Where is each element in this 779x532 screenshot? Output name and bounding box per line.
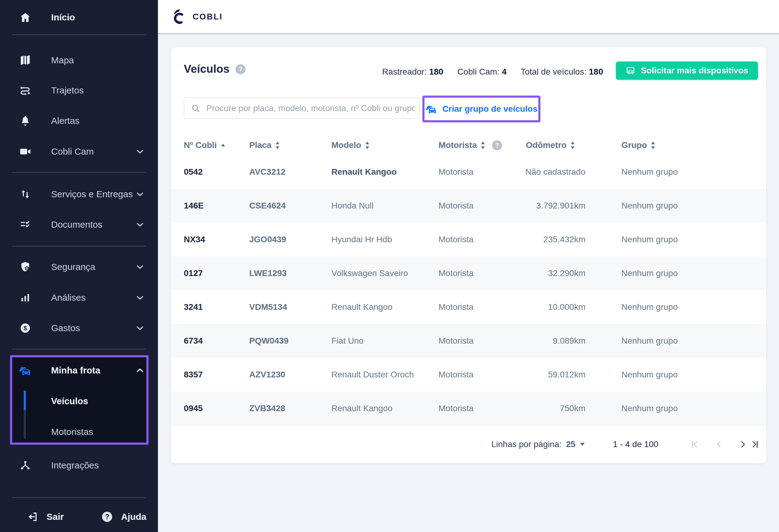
table-row[interactable]: 6734 PQW0439 Fiat Uno Motorista 9.089km … (171, 324, 766, 358)
sidebar-item-inicio[interactable]: Início (0, 3, 158, 32)
column-header-grupo[interactable]: Grupo (621, 136, 655, 155)
cell-odometro: Não cadastrado (475, 155, 586, 189)
search-input[interactable] (206, 103, 416, 114)
sidebar-item-servicos-entregas[interactable]: Serviços e Entregas (0, 180, 158, 209)
sidebar-item-label: Segurança (51, 262, 95, 272)
sidebar-item-documentos[interactable]: Documentos (0, 210, 158, 239)
table-header: Nº Cobli Placa Modelo Motorista ? Odômet… (171, 136, 766, 155)
home-icon (18, 10, 32, 24)
sidebar-item-motoristas[interactable]: Motoristas (0, 417, 158, 447)
rows-per-page-select[interactable]: 25 (566, 439, 585, 449)
page-first-icon[interactable] (688, 438, 701, 451)
pagination-range: 1 - 4 de 100 (613, 439, 658, 449)
column-header-cobli[interactable]: Nº Cobli (184, 136, 226, 155)
create-vehicle-group-button[interactable]: Criar grupo de veículos (425, 104, 538, 114)
logout-label: Sair (47, 512, 64, 522)
sidebar: Início Mapa Trajetos Alertas Cobli Cam S… (0, 0, 158, 532)
cell-odometro: 3.792.901km (475, 189, 586, 223)
column-header-modelo[interactable]: Modelo (332, 136, 370, 155)
page-title: Veículos (184, 63, 229, 75)
chevron-down-icon (135, 220, 145, 230)
cell-placa: VDM5134 (249, 290, 287, 324)
table-row[interactable]: NX34 JGO0439 Hyundai Hr Hdb Motorista 23… (171, 223, 766, 256)
page-prev-icon[interactable] (712, 438, 725, 451)
sidebar-divider (12, 246, 146, 246)
cell-odometro: 59.012km (475, 358, 586, 392)
vehicle-group-icon (425, 104, 437, 114)
sidebar-divider (12, 172, 146, 173)
svg-text:?: ? (105, 513, 109, 521)
cell-cobli: 0127 (184, 256, 203, 290)
cell-placa: AZV1230 (249, 358, 285, 392)
table-row[interactable]: 0542 AVC3212 Renault Kangoo Motorista Nã… (171, 155, 766, 189)
help-icon: ? (101, 510, 114, 524)
cell-odometro: 10.000km (475, 290, 586, 324)
stat-total-veiculos: Total de veículos:180 (521, 67, 603, 77)
sidebar-item-analises[interactable]: Análises (0, 283, 158, 312)
sidebar-item-label: Alertas (51, 116, 79, 126)
cell-placa: PQW0439 (249, 324, 289, 358)
sidebar-item-cobli-cam[interactable]: Cobli Cam (0, 137, 158, 166)
topbar: COBLI (158, 0, 779, 34)
cobli-logo-text: COBLI (193, 12, 223, 21)
page-title-help-icon[interactable]: ? (236, 64, 246, 74)
integrations-icon (18, 458, 32, 472)
route-icon (18, 83, 32, 98)
cell-motorista: Motorista (438, 324, 474, 358)
table-row[interactable]: 0945 ZVB3428 Renault Kangoo Motorista 75… (171, 392, 766, 425)
sidebar-item-mapa[interactable]: Mapa (0, 46, 158, 75)
chevron-down-icon (135, 323, 145, 333)
page-last-icon[interactable] (748, 438, 762, 451)
table-row[interactable]: 8357 AZV1230 Renault Duster Oroch Motori… (171, 358, 766, 392)
cell-modelo: Hyundai Hr Hdb (332, 223, 392, 256)
video-camera-icon (18, 144, 32, 159)
help-button[interactable]: ? Ajuda (101, 510, 146, 524)
map-icon (18, 53, 32, 67)
sidebar-item-label: Veículos (51, 396, 88, 406)
sidebar-item-label: Integrações (51, 460, 99, 471)
sidebar-item-label: Análises (51, 292, 85, 303)
column-header-odometro[interactable]: Odômetro (526, 136, 575, 155)
logout-icon (26, 510, 39, 524)
sidebar-item-integracoes[interactable]: Integrações (0, 451, 158, 480)
bell-icon (18, 114, 32, 128)
column-header-placa[interactable]: Placa (249, 136, 280, 155)
sidebar-item-seguranca[interactable]: Segurança (0, 252, 158, 282)
sidebar-divider (12, 349, 146, 349)
fleet-icon (18, 363, 32, 377)
table-row[interactable]: 0127 LWE1293 Volkswagen Saveiro Motorist… (171, 256, 766, 290)
bar-chart-icon (18, 291, 32, 305)
table-row[interactable]: 146E CSE4624 Honda Null Motorista 3.792.… (171, 189, 766, 223)
document-check-icon (18, 218, 32, 232)
cell-cobli: NX34 (184, 223, 205, 256)
cell-grupo: Nenhum grupo (621, 256, 678, 290)
create-vehicle-group-label: Criar grupo de veículos (442, 104, 538, 114)
sidebar-item-trajetos[interactable]: Trajetos (0, 76, 158, 105)
logout-button[interactable]: Sair (26, 510, 64, 524)
sidebar-item-alertas[interactable]: Alertas (0, 106, 158, 135)
sidebar-item-label: Trajetos (51, 85, 84, 96)
cell-placa: CSE4624 (249, 189, 286, 223)
column-header-motorista[interactable]: Motorista ? (438, 136, 502, 155)
sort-icon (365, 141, 370, 149)
cobli-logo-mark (171, 8, 188, 25)
table-body: 0542 AVC3212 Renault Kangoo Motorista Nã… (171, 155, 766, 425)
motorista-help-icon[interactable]: ? (492, 140, 502, 150)
table-row[interactable]: 3241 VDM5134 Renault Kangoo Motorista 10… (171, 290, 766, 324)
page-next-icon[interactable] (736, 438, 750, 451)
cell-cobli: 0945 (184, 392, 203, 425)
sidebar-divider (12, 497, 146, 498)
cell-motorista: Motorista (438, 256, 474, 290)
sidebar-item-label: Início (51, 12, 75, 22)
chevron-down-icon (135, 189, 145, 199)
request-devices-button[interactable]: Solicitar mais dispositivos (616, 61, 758, 80)
cell-placa: AVC3212 (249, 155, 286, 189)
cell-grupo: Nenhum grupo (621, 223, 678, 256)
chevron-down-icon (135, 146, 145, 157)
sidebar-item-gastos[interactable]: $ Gastos (0, 313, 158, 343)
cobli-logo: COBLI (171, 8, 223, 25)
sidebar-item-minha-frota[interactable]: Minha frota (0, 356, 158, 385)
cell-grupo: Nenhum grupo (621, 324, 678, 358)
pagination: Linhas por página: 25 1 - 4 de 100 (171, 425, 766, 463)
request-devices-label: Solicitar mais dispositivos (641, 66, 748, 75)
